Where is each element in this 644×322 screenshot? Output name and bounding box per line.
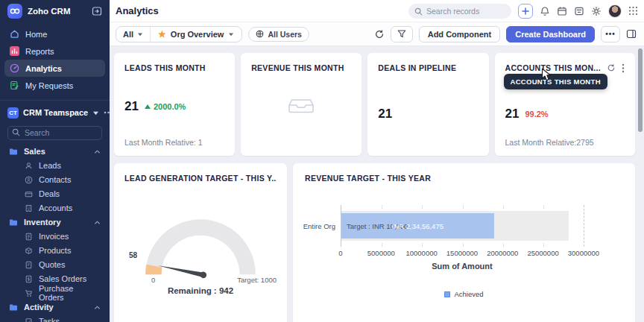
kpi-value: 21 (378, 107, 392, 121)
kpi-card-accounts-this-month[interactable]: ACCOUNTS THIS MON... ACCOUNTS THIS MONTH… (495, 53, 636, 156)
section-activity[interactable]: Activity (0, 300, 110, 315)
sidebar-divider (0, 100, 110, 101)
kpi-card-deals-in-pipeline[interactable]: DEALS IN PIPELINE 21 (367, 53, 488, 156)
side-panel-icon (626, 29, 637, 39)
quotes-icon (25, 261, 33, 269)
teamspace-switcher[interactable]: CT CRM Teamspace (0, 104, 110, 121)
item-label: Leads (39, 161, 61, 170)
nav-label: Home (25, 30, 47, 39)
tick (543, 205, 544, 209)
quick-create-button[interactable] (518, 4, 533, 19)
zoho-crm-app: Zoho CRM Home Reports Analytics My Reque… (0, 0, 644, 322)
apps-grid-button[interactable] (628, 6, 638, 16)
bell-icon (540, 6, 550, 16)
calendar-icon (557, 6, 567, 16)
filter-button[interactable] (391, 26, 413, 42)
dashboard-toolbar: All ★ Org Overview All Users (110, 22, 644, 46)
card-kebab-icon[interactable] (622, 63, 625, 73)
legend-swatch-achieved (444, 291, 450, 297)
scope-label: All (123, 30, 133, 39)
calendar-button[interactable] (557, 6, 567, 16)
kpi-delta: 99.2% (525, 110, 548, 119)
gauge-target-label: Target: 1000 (237, 276, 277, 284)
sidebar-search-input[interactable] (7, 126, 102, 140)
zoho-crm-logo[interactable] (7, 4, 22, 19)
bar-card-revenue-target[interactable]: REVENUE TARGET - THIS YEAR Entire Org (293, 163, 635, 322)
plus-icon (522, 7, 529, 15)
refresh-button[interactable] (374, 29, 385, 40)
tick (543, 243, 544, 247)
bar-plot-area: Target : INR 10,000 INR 2,34,56,475 (341, 205, 623, 247)
all-users-chip[interactable]: All Users (248, 27, 309, 42)
create-dashboard-button[interactable]: Create Dashboard (506, 26, 595, 42)
kpi-card-leads-this-month[interactable]: LEADS THIS MONTH 21 2000.0% Last Month R… (114, 53, 235, 156)
sidebar-item-home[interactable]: Home (4, 25, 105, 42)
bar-card-title: REVENUE TARGET - THIS YEAR (305, 174, 623, 183)
scrollbar-thumb[interactable] (638, 48, 643, 132)
tick (503, 205, 504, 209)
search-icon (414, 7, 423, 16)
teamspace-more-icon[interactable] (104, 111, 110, 114)
tasks-icon (25, 318, 33, 322)
kpi-title: DEALS IN PIPELINE (378, 63, 478, 72)
achieved-bar[interactable]: Target : INR 10,000 INR 2,34,56,475 (341, 213, 494, 239)
side-panel-button[interactable] (626, 29, 637, 39)
all-users-label: All Users (268, 30, 302, 39)
leads-icon (25, 162, 33, 170)
sidebar-item-tasks[interactable]: Tasks (0, 315, 110, 322)
more-actions-button[interactable]: ••• (601, 26, 620, 42)
global-search-input[interactable] (408, 4, 511, 19)
sidebar-item-purchase-orders[interactable]: Purchase Orders (0, 286, 110, 300)
target-dashed-line (584, 205, 584, 247)
nav-label: Reports (25, 47, 54, 56)
x-axis-title: Sum of Amount (432, 262, 492, 271)
collapse-sidebar-icon[interactable] (92, 6, 102, 16)
item-label: Invoices (39, 232, 69, 241)
favorite-star-icon[interactable]: ★ (158, 30, 166, 39)
add-component-button[interactable]: Add Component (419, 26, 501, 42)
item-label: Products (39, 246, 71, 255)
kpi-value: 21 (124, 99, 139, 114)
x-tick-label: 25000000 (527, 249, 558, 257)
globe-icon (256, 30, 264, 38)
sidebar: Zoho CRM Home Reports Analytics My Reque… (0, 0, 110, 322)
reports-icon (10, 46, 19, 56)
sidebar-item-contacts[interactable]: Contacts (0, 173, 110, 187)
marketplace-icon (574, 6, 584, 16)
sidebar-item-my-requests[interactable]: My Requests (4, 77, 105, 94)
gauge-chart: 58 0 Target: 1000 Remaining : 942 (124, 199, 277, 286)
page-title: Analytics (116, 5, 159, 16)
item-label: Deals (39, 189, 60, 198)
section-label: Activity (24, 303, 54, 312)
sidebar-item-reports[interactable]: Reports (4, 42, 105, 60)
sidebar-item-quotes[interactable]: Quotes (0, 258, 110, 272)
dashboard-dropdown[interactable]: ★ Org Overview (151, 27, 242, 42)
sidebar-item-invoices[interactable]: Invoices (0, 230, 110, 244)
sidebar-item-accounts[interactable]: Accounts (0, 201, 110, 215)
search-icon (12, 128, 20, 136)
avatar[interactable] (608, 4, 622, 18)
sidebar-item-analytics[interactable]: Analytics (4, 60, 105, 77)
kpi-title: REVENUE THIS MONTH (251, 63, 351, 72)
empty-inbox-icon (288, 96, 315, 114)
apps-grid-icon (628, 6, 638, 16)
card-refresh-icon[interactable] (607, 63, 616, 72)
infinity-icon (9, 7, 21, 16)
scope-dropdown[interactable]: All (116, 27, 151, 42)
section-sales[interactable]: Sales (0, 145, 110, 159)
settings-button[interactable] (591, 6, 602, 16)
sidebar-item-leads[interactable]: Leads (0, 159, 110, 173)
sidebar-item-products[interactable]: Products (0, 244, 110, 258)
card-title-tooltip: ACCOUNTS THIS MONTH (504, 74, 607, 89)
sidebar-item-deals[interactable]: Deals (0, 187, 110, 201)
notifications-button[interactable] (540, 6, 550, 16)
section-inventory[interactable]: Inventory (0, 215, 110, 230)
kpi-card-revenue-this-month[interactable]: REVENUE THIS MONTH (241, 53, 362, 156)
gauge-card-lead-generation-target[interactable]: LEAD GENERATION TARGET - THIS Y... 58 0 (114, 163, 287, 322)
vertical-scrollbar[interactable] (637, 47, 643, 322)
marketplace-button[interactable] (574, 6, 584, 16)
gauge-value-label: 58 (129, 251, 137, 259)
item-label: Accounts (39, 203, 72, 212)
refresh-icon (374, 29, 385, 40)
analytics-icon (10, 63, 19, 73)
